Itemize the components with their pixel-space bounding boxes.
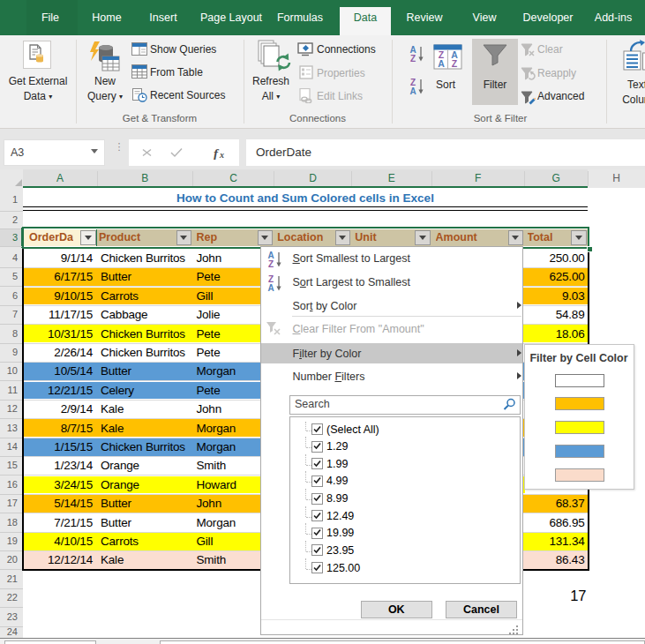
svg-text:f: f (214, 146, 220, 161)
svg-text:x: x (219, 150, 224, 160)
svg-text:Z: Z (267, 259, 273, 268)
svg-text:Z: Z (410, 54, 416, 63)
svg-text:A: A (438, 58, 445, 69)
svg-text:A: A (267, 283, 274, 292)
svg-text:A: A (409, 86, 416, 95)
svg-text:Z: Z (452, 58, 458, 69)
